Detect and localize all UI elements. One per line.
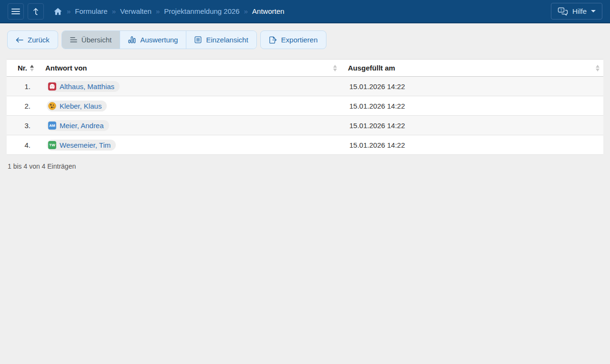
column-header-nr-label: Nr.: [18, 64, 27, 72]
help-bubbles-icon: ?: [558, 7, 568, 16]
breadcrumb-separator: »: [112, 7, 116, 15]
row-number: 2.: [7, 96, 38, 116]
sort-icon: [596, 65, 600, 71]
breadcrumb-item-verwalten[interactable]: Verwalten: [120, 7, 152, 15]
sort-asc-icon: [30, 65, 34, 71]
column-header-antwort-von-label: Antwort von: [45, 64, 87, 72]
person-link-althaus[interactable]: Althaus, Matthias: [47, 81, 120, 92]
mammoth-red-avatar: [48, 82, 56, 91]
person-name: Althaus, Matthias: [60, 82, 114, 91]
help-button-label: Hilfe: [572, 7, 587, 15]
table-row: 4. TW Wesemeier, Tim 15.01.2026 14:22: [7, 135, 603, 155]
tab-auswertung[interactable]: Auswertung: [120, 31, 186, 49]
person-name: Kleber, Klaus: [60, 102, 102, 110]
scroll-top-button[interactable]: [28, 3, 44, 20]
filled-at: 15.01.2026 14:22: [341, 135, 603, 155]
tab-uebersicht-label: Übersicht: [81, 36, 112, 44]
breadcrumb-separator: »: [244, 7, 248, 15]
row-number: 1.: [7, 77, 38, 96]
list-lines-icon: [70, 37, 77, 43]
breadcrumb-separator: »: [156, 7, 160, 15]
svg-text:?: ?: [560, 8, 562, 12]
initials-avatar: AM: [48, 121, 56, 130]
hamburger-icon: [11, 8, 20, 15]
breadcrumb: » Formulare » Verwalten » Projektanmeldu…: [53, 7, 285, 16]
file-export-icon: [269, 36, 277, 44]
person-link-wesemeier[interactable]: TW Wesemeier, Tim: [47, 140, 116, 151]
home-icon[interactable]: [53, 7, 62, 16]
export-button[interactable]: Exportieren: [260, 30, 326, 49]
breadcrumb-item-projektanmeldung[interactable]: Projektanmeldung 2026: [164, 7, 239, 15]
action-toolbar: Zurück Übersicht: [7, 30, 603, 49]
filled-at: 15.01.2026 14:22: [341, 116, 603, 135]
back-button[interactable]: Zurück: [7, 30, 58, 49]
row-number: 4.: [7, 135, 38, 155]
export-button-label: Exportieren: [281, 36, 318, 44]
arrow-up-icon: [32, 7, 40, 16]
responses-table-container: Nr. Antwort von Ausgefüllt am: [7, 59, 603, 155]
sort-icon: [333, 65, 337, 71]
back-button-label: Zurück: [28, 36, 50, 44]
table-row: 3. AM Meier, Andrea 15.01.2026 14:22: [7, 116, 603, 135]
column-header-antwort-von[interactable]: Antwort von: [38, 60, 341, 77]
breadcrumb-current-antworten: Antworten: [252, 7, 285, 15]
column-header-ausgefuellt-am-label: Ausgefüllt am: [348, 64, 395, 72]
column-header-nr[interactable]: Nr.: [7, 60, 38, 77]
entries-summary: 1 bis 4 von 4 Einträgen: [8, 162, 610, 170]
column-header-ausgefuellt-am[interactable]: Ausgefüllt am: [341, 60, 603, 77]
tab-einzelansicht[interactable]: Einzelansicht: [186, 31, 256, 49]
caret-down-icon: [591, 10, 596, 12]
arrow-left-icon: [16, 37, 23, 43]
tab-auswertung-label: Auswertung: [140, 36, 178, 44]
person-link-meier[interactable]: AM Meier, Andrea: [47, 120, 109, 131]
filled-at: 15.01.2026 14:22: [341, 96, 603, 116]
topbar: » Formulare » Verwalten » Projektanmeldu…: [0, 0, 610, 23]
table-row: 2. Kleber,: [7, 96, 603, 116]
detail-list-icon: [194, 36, 202, 43]
help-button[interactable]: ? Hilfe: [551, 3, 602, 20]
view-switcher: Übersicht Auswertung: [61, 30, 257, 49]
breadcrumb-item-formulare[interactable]: Formulare: [75, 7, 107, 15]
cookie-yellow-avatar: [48, 102, 56, 110]
table-header-row: Nr. Antwort von Ausgefüllt am: [7, 60, 603, 77]
menu-button[interactable]: [8, 3, 24, 20]
person-name: Wesemeier, Tim: [60, 141, 111, 149]
bar-chart-icon: [128, 36, 136, 43]
responses-table: Nr. Antwort von Ausgefüllt am: [7, 59, 603, 155]
breadcrumb-separator: »: [67, 7, 71, 15]
table-row: 1. Althaus, Matthias 15.01.2026 1: [7, 77, 603, 96]
filled-at: 15.01.2026 14:22: [341, 77, 603, 96]
initials-avatar: TW: [48, 141, 56, 149]
tab-einzelansicht-label: Einzelansicht: [206, 36, 248, 44]
tab-uebersicht[interactable]: Übersicht: [62, 31, 120, 49]
person-name: Meier, Andrea: [60, 121, 104, 130]
person-link-kleber[interactable]: Kleber, Klaus: [47, 101, 107, 111]
row-number: 3.: [7, 116, 38, 135]
